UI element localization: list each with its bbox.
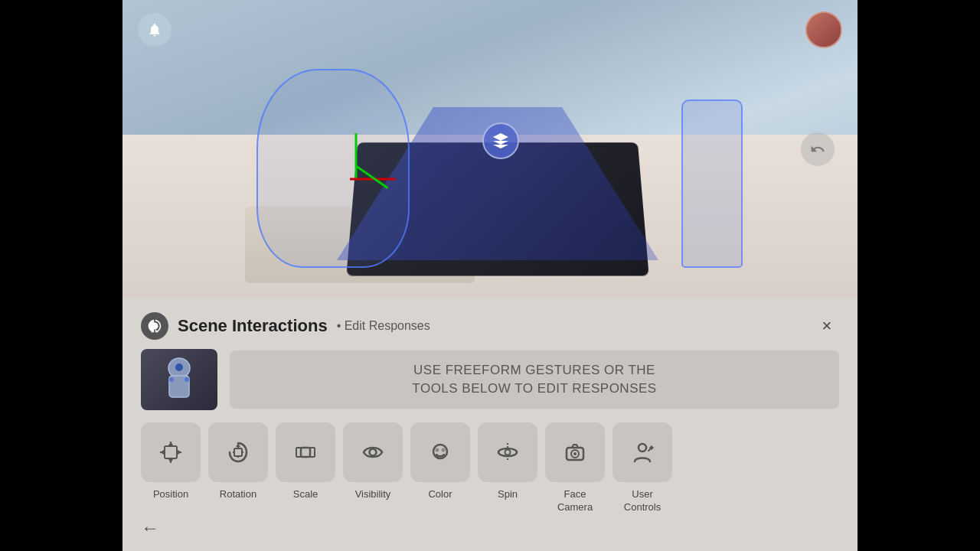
svg-marker-10 — [168, 442, 173, 445]
tools-grid: Position Rotation — [122, 422, 858, 514]
svg-marker-11 — [168, 459, 173, 463]
color-button[interactable] — [410, 422, 470, 482]
robot-mini-icon — [160, 357, 198, 403]
svg-rect-15 — [234, 448, 242, 456]
right-sidebar — [858, 0, 980, 551]
robot-thumbnail-bg — [141, 349, 217, 410]
spin-icon — [495, 440, 520, 465]
panel-title-group: Scene Interactions • Edit Responses — [141, 312, 430, 340]
user-avatar[interactable] — [805, 11, 842, 48]
rotation-label: Rotation — [220, 488, 256, 501]
user-controls-button[interactable] — [612, 422, 672, 482]
r2d2-outline — [256, 69, 410, 268]
axes-container — [325, 148, 387, 210]
spin-label: Spin — [498, 488, 518, 501]
svg-point-2 — [175, 364, 183, 371]
scale-button[interactable] — [276, 422, 335, 482]
back-button[interactable]: ← — [141, 517, 159, 539]
ar-viewport — [122, 0, 858, 298]
bottom-panel: Scene Interactions • Edit Responses × — [122, 298, 858, 551]
instruction-text-box: USE FREEFORM GESTURES OR THETOOLS BELOW … — [230, 350, 839, 409]
axis-z — [356, 165, 389, 189]
panel-title: Scene Interactions — [178, 316, 328, 336]
axis-y — [355, 133, 358, 179]
svg-rect-5 — [165, 446, 177, 458]
panel-icon — [141, 312, 168, 340]
tool-item-face-camera: FaceCamera — [545, 422, 605, 514]
close-button[interactable]: × — [815, 314, 839, 338]
tool-item-visibility: Visibility — [343, 422, 403, 514]
svg-point-38 — [639, 444, 646, 452]
robot-thumbnail — [141, 349, 217, 410]
r2d2-figure — [256, 69, 410, 268]
scale-label: Scale — [293, 488, 318, 501]
svg-point-4 — [185, 377, 189, 382]
svg-marker-12 — [160, 450, 164, 455]
floating-cube-icon[interactable] — [482, 122, 519, 159]
svg-point-29 — [436, 448, 439, 452]
tool-item-rotation: Rotation — [208, 422, 268, 514]
visibility-button[interactable] — [343, 422, 403, 482]
scale-icon — [293, 440, 318, 465]
svg-point-3 — [169, 377, 174, 382]
left-sidebar — [0, 0, 122, 551]
tool-item-color: Color — [410, 422, 470, 514]
svg-rect-20 — [301, 448, 310, 457]
tool-item-spin: Spin — [478, 422, 537, 514]
svg-point-27 — [370, 449, 377, 456]
scene-icon — [147, 318, 162, 334]
color-icon — [428, 440, 452, 465]
position-label: Position — [153, 488, 188, 501]
svg-point-37 — [573, 452, 577, 455]
position-button[interactable] — [141, 422, 201, 482]
undo-icon — [810, 142, 825, 157]
face-camera-icon — [563, 440, 587, 465]
visibility-icon — [361, 440, 385, 465]
rotation-icon — [226, 440, 250, 465]
hologram-person — [681, 99, 743, 268]
user-controls-icon — [630, 440, 655, 465]
back-button-area: ← — [141, 517, 159, 539]
bell-icon — [147, 22, 162, 37]
svg-point-32 — [505, 450, 511, 455]
notification-button[interactable] — [138, 13, 172, 47]
tool-item-scale: Scale — [276, 422, 335, 514]
panel-header: Scene Interactions • Edit Responses × — [122, 298, 858, 349]
instruction-area: USE FREEFORM GESTURES OR THETOOLS BELOW … — [141, 349, 839, 410]
position-icon — [158, 440, 183, 465]
svg-marker-13 — [178, 450, 181, 455]
undo-button[interactable] — [801, 132, 835, 166]
face-camera-label: FaceCamera — [557, 488, 593, 514]
top-ui-bar — [122, 0, 858, 60]
main-container: Scene Interactions • Edit Responses × — [122, 0, 858, 551]
tool-item-position: Position — [141, 422, 201, 514]
ar-background — [122, 0, 858, 298]
svg-point-30 — [442, 448, 446, 452]
color-label: Color — [428, 488, 452, 501]
rotation-button[interactable] — [208, 422, 268, 482]
user-controls-label: UserControls — [624, 488, 661, 514]
tool-item-user-controls: UserControls — [612, 422, 672, 514]
face-camera-button[interactable] — [545, 422, 605, 482]
spin-button[interactable] — [478, 422, 537, 482]
instruction-text: USE FREEFORM GESTURES OR THETOOLS BELOW … — [245, 361, 824, 398]
edit-responses-link[interactable]: • Edit Responses — [337, 319, 430, 333]
visibility-label: Visibility — [355, 488, 391, 501]
